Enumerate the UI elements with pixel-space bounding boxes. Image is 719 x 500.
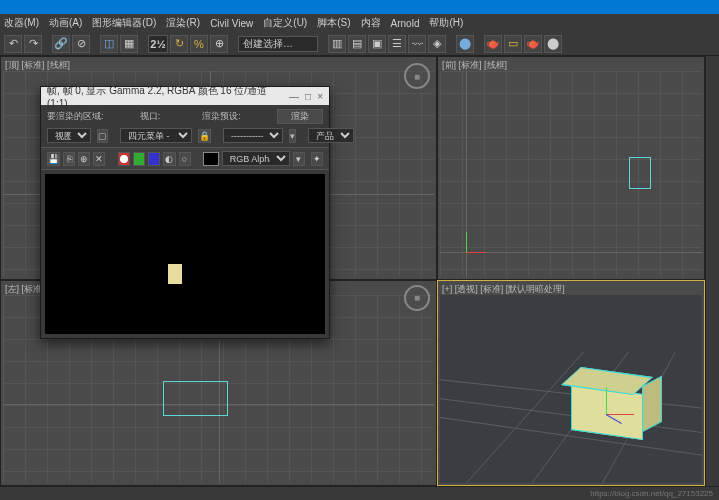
channel-red-icon[interactable] (118, 152, 130, 166)
render-output-view[interactable] (45, 174, 325, 334)
menu-customize[interactable]: 自定义(U) (263, 16, 307, 30)
close-button[interactable]: × (317, 91, 323, 102)
region-icon[interactable]: ▢ (97, 129, 108, 143)
render-setup-button[interactable]: 🫖 (484, 35, 502, 53)
minimize-button[interactable]: — (289, 91, 299, 102)
menu-scripting[interactable]: 脚本(S) (317, 16, 350, 30)
channel-mono-icon[interactable]: ○ (179, 152, 191, 166)
snap-angle-button[interactable]: ↻ (170, 35, 188, 53)
schematic-button[interactable]: ◈ (428, 35, 446, 53)
tool-button-2d[interactable]: 2½ (148, 35, 168, 53)
lock-icon[interactable]: 🔒 (198, 129, 211, 143)
command-panel[interactable] (705, 56, 719, 486)
tool-button-1[interactable]: ◫ (100, 35, 118, 53)
viewcube-top[interactable] (404, 63, 430, 89)
menu-rendering[interactable]: 渲染(R) (166, 16, 200, 30)
preset-select[interactable]: ------------- (223, 128, 283, 143)
clone-icon[interactable]: ⊕ (78, 152, 90, 166)
menu-content[interactable]: 内容 (361, 16, 381, 30)
snap-percent-button[interactable]: % (190, 35, 208, 53)
area-label: 要渲染的区域: (47, 110, 104, 123)
undo-button[interactable]: ↶ (4, 35, 22, 53)
channel-blue-icon[interactable] (148, 152, 160, 166)
left-wireframe-box[interactable] (163, 381, 228, 416)
redo-button[interactable]: ↷ (24, 35, 42, 53)
front-wireframe-box[interactable] (629, 157, 651, 189)
swatch-icon[interactable] (203, 152, 218, 166)
menu-help[interactable]: 帮助(H) (429, 16, 463, 30)
align-button[interactable]: ▤ (348, 35, 366, 53)
menu-graph-editors[interactable]: 图形编辑器(D) (92, 16, 156, 30)
viewport-front[interactable]: [前] [标准] [线框] (437, 56, 705, 280)
svg-line-3 (466, 351, 584, 483)
render-button-dialog[interactable]: 渲染 (277, 109, 323, 124)
channel-alpha-icon[interactable]: ◐ (163, 152, 175, 166)
render-frame-window[interactable]: 帧, 帧 0, 显示 Gamma 2.2, RGBA 颜色 16 位/通道 (1… (40, 86, 330, 339)
dialog-title-text: 帧, 帧 0, 显示 Gamma 2.2, RGBA 颜色 16 位/通道 (1… (47, 84, 289, 109)
link-button[interactable]: 🔗 (52, 35, 70, 53)
save-icon[interactable]: 💾 (47, 152, 60, 166)
toggle-icon[interactable]: ▾ (293, 152, 305, 166)
viewport-label: 视口: (140, 110, 161, 123)
menu-animation[interactable]: 动画(A) (49, 16, 82, 30)
fx-icon[interactable]: ✦ (311, 152, 323, 166)
curve-editor-button[interactable]: 〰 (408, 35, 426, 53)
render-toolbar: 💾 ⎘ ⊕ ✕ ◐ ○ RGB Alpha ▾ ✦ (41, 147, 329, 170)
rendered-box-object (168, 264, 182, 284)
viewport-front-grid (440, 71, 702, 277)
alpha-select[interactable]: RGB Alpha (222, 151, 290, 166)
copy-icon[interactable]: ⎘ (63, 152, 75, 166)
watermark-text: https://blog.csdn.net/qq_27153225 (590, 489, 713, 498)
menu-civil-view[interactable]: Civil View (210, 18, 253, 29)
window-titlebar (0, 0, 719, 14)
maximize-button[interactable]: □ (305, 91, 311, 102)
tool-button-5[interactable]: ⬤ (544, 35, 562, 53)
render-frame-button[interactable]: ▭ (504, 35, 522, 53)
viewport-perspective[interactable]: [+] [透视] [标准] [默认明暗处理] (437, 280, 705, 486)
render-button[interactable]: 🫖 (524, 35, 542, 53)
main-toolbar: ↶ ↷ 🔗 ⊘ ◫ ▦ 2½ ↻ % ⊕ ▥ ▤ ▣ ☰ 〰 ◈ ⬤ 🫖 ▭ 🫖… (0, 32, 719, 56)
tool-button-3[interactable]: ⊕ (210, 35, 228, 53)
production-select[interactable]: 产品级 (308, 128, 354, 143)
layer-button[interactable]: ☰ (388, 35, 406, 53)
material-editor-button[interactable]: ⬤ (456, 35, 474, 53)
menu-arnold[interactable]: Arnold (391, 18, 420, 29)
area-select[interactable]: 视图 (47, 128, 91, 143)
menu-bar: 改器(M) 动画(A) 图形编辑器(D) 渲染(R) Civil View 自定… (0, 14, 719, 32)
unlink-button[interactable]: ⊘ (72, 35, 90, 53)
preset-icon[interactable]: ▾ (289, 129, 296, 143)
viewcube-left[interactable] (404, 285, 430, 311)
mirror-button[interactable]: ▥ (328, 35, 346, 53)
preset-label: 渲染预设: (202, 110, 241, 123)
viewport-perspective-grid (440, 295, 702, 483)
print-icon[interactable]: ✕ (93, 152, 105, 166)
tool-button-2[interactable]: ▦ (120, 35, 138, 53)
menu-modifiers[interactable]: 改器(M) (4, 16, 39, 30)
viewport-select[interactable]: 四元菜单 - 透… (120, 128, 192, 143)
channel-green-icon[interactable] (133, 152, 145, 166)
tool-button-4[interactable]: ▣ (368, 35, 386, 53)
selection-set-input[interactable] (238, 36, 318, 52)
status-bar: https://blog.csdn.net/qq_27153225 (0, 486, 719, 500)
dialog-titlebar[interactable]: 帧, 帧 0, 显示 Gamma 2.2, RGBA 颜色 16 位/通道 (1… (41, 87, 329, 105)
